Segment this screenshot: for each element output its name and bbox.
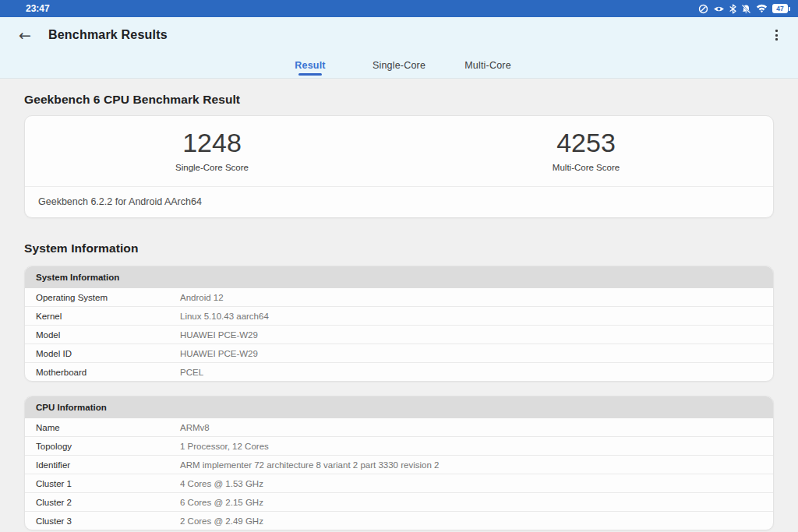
eye-comfort-icon (713, 4, 725, 14)
system-information-table: System Information Operating System Andr… (24, 266, 774, 382)
table-row: Kernel Linux 5.10.43 aarch64 (25, 306, 773, 325)
row-label: Cluster 3 (25, 512, 174, 530)
table-body: Name ARMv8 Topology 1 Processor, 12 Core… (25, 418, 773, 530)
table-header: CPU Information (25, 396, 773, 418)
clock: 23:47 (26, 3, 50, 14)
row-value: 1 Processor, 12 Cores (174, 437, 773, 455)
result-heading: Geekbench 6 CPU Benchmark Result (24, 93, 774, 107)
tab-result[interactable]: Result (266, 53, 355, 78)
row-label: Operating System (25, 288, 174, 306)
app-header: ← Benchmark Results Result Single-Core M… (0, 17, 798, 79)
single-core-score-label: Single-Core Score (25, 163, 399, 172)
system-information-heading: System Information (24, 241, 774, 255)
performance-mode-icon (698, 4, 708, 14)
row-label: Identifier (25, 456, 174, 474)
score-card: 1248 Single-Core Score 4253 Multi-Core S… (24, 115, 774, 218)
cpu-information-table: CPU Information Name ARMv8 Topology 1 Pr… (24, 396, 774, 530)
multi-core-score-block: 4253 Multi-Core Score (399, 116, 773, 186)
table-row: Model HUAWEI PCE-W29 (25, 325, 773, 344)
table-row: Identifier ARM implementer 72 architectu… (25, 455, 773, 474)
bluetooth-icon (729, 4, 736, 14)
table-row: Cluster 3 2 Cores @ 2.49 GHz (25, 511, 773, 530)
table-row: Cluster 2 6 Cores @ 2.15 GHz (25, 492, 773, 511)
row-value: ARM implementer 72 architecture 8 varian… (174, 456, 773, 474)
row-value: Linux 5.10.43 aarch64 (174, 307, 773, 325)
status-icons: 47 (698, 4, 790, 14)
kebab-dot (775, 30, 778, 32)
row-value: 2 Cores @ 2.49 GHz (174, 512, 773, 530)
row-value: 6 Cores @ 2.15 GHz (174, 493, 773, 511)
row-label: Topology (25, 437, 174, 455)
mute-icon (741, 4, 751, 14)
table-body: Operating System Android 12 Kernel Linux… (25, 288, 773, 381)
row-value: PCEL (174, 363, 773, 381)
overflow-menu-button[interactable] (769, 23, 784, 47)
kebab-dot (775, 34, 778, 37)
table-row: Topology 1 Processor, 12 Cores (25, 436, 773, 455)
tab-bar: Result Single-Core Multi-Core (0, 53, 798, 79)
table-row: Operating System Android 12 (25, 288, 773, 306)
status-bar: 23:47 47 (0, 0, 798, 17)
row-value: ARMv8 (174, 418, 773, 436)
battery-icon: 47 (772, 4, 790, 13)
geekbench-version-note: Geekbench 6.2.2 for Android AArch64 (25, 187, 773, 217)
battery-percent: 47 (772, 4, 788, 13)
row-label: Cluster 1 (25, 474, 174, 492)
row-label: Motherboard (25, 363, 174, 381)
row-value: 4 Cores @ 1.53 GHz (174, 474, 773, 492)
multi-core-score-value: 4253 (399, 129, 773, 157)
row-value: HUAWEI PCE-W29 (174, 344, 773, 362)
multi-core-score-label: Multi-Core Score (399, 163, 773, 172)
table-row: Model ID HUAWEI PCE-W29 (25, 344, 773, 362)
tab-multi-core[interactable]: Multi-Core (443, 53, 532, 78)
wifi-icon (756, 4, 768, 13)
tab-single-core[interactable]: Single-Core (355, 53, 443, 78)
back-button[interactable]: ← (12, 23, 37, 48)
table-row: Cluster 1 4 Cores @ 1.53 GHz (25, 474, 773, 492)
row-label: Model (25, 326, 174, 344)
row-label: Model ID (25, 344, 174, 362)
single-core-score-block: 1248 Single-Core Score (25, 116, 399, 186)
table-header: System Information (25, 266, 773, 288)
page-title: Benchmark Results (48, 28, 168, 42)
table-row: Name ARMv8 (25, 418, 773, 436)
kebab-dot (775, 38, 778, 41)
row-value: HUAWEI PCE-W29 (174, 326, 773, 344)
title-row: ← Benchmark Results (0, 17, 798, 53)
row-label: Name (25, 418, 174, 436)
row-label: Kernel (25, 307, 174, 325)
content: Geekbench 6 CPU Benchmark Result 1248 Si… (0, 93, 798, 530)
row-value: Android 12 (174, 288, 773, 306)
row-label: Cluster 2 (25, 493, 174, 511)
single-core-score-value: 1248 (25, 129, 399, 157)
table-row: Motherboard PCEL (25, 362, 773, 381)
